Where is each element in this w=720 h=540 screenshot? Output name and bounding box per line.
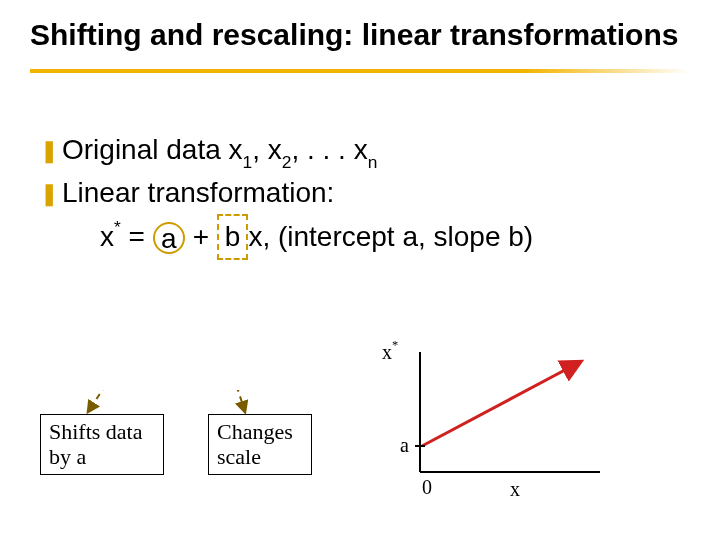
x-axis-label: x xyxy=(510,478,520,501)
svg-line-1 xyxy=(210,390,245,412)
bullet-original-data: ❚ Original data x1, x2, . . . xn xyxy=(40,129,680,173)
lower-region: Shifts data by a Changes scale x* a 0 x xyxy=(40,390,680,530)
svg-line-4 xyxy=(422,362,580,446)
formula-line: x* = a + bx, (intercept a, slope b) xyxy=(40,214,680,260)
slide-title: Shifting and rescaling: linear transform… xyxy=(0,0,720,61)
bullet-icon: ❚ xyxy=(40,177,58,210)
formula-tail: x, (intercept a, slope b) xyxy=(248,221,533,252)
content-area: ❚ Original data x1, x2, . . . xn ❚ Linea… xyxy=(0,73,720,261)
superscript-star: * xyxy=(392,338,398,352)
chart-svg xyxy=(380,342,620,512)
txt: , x xyxy=(252,134,282,165)
txt: x xyxy=(382,341,392,363)
bullet-linear-transformation: ❚ Linear transformation: xyxy=(40,172,680,214)
y-axis-label: x* xyxy=(382,340,398,364)
subscript: n xyxy=(368,152,378,172)
origin-label: 0 xyxy=(422,476,432,499)
var-x: x xyxy=(100,221,114,252)
equals: = xyxy=(121,221,153,252)
slope-b-boxed: b xyxy=(217,214,249,260)
txt: Original data x xyxy=(62,134,243,165)
svg-line-0 xyxy=(88,390,160,412)
plus: + xyxy=(185,221,217,252)
annotation-line: Changes xyxy=(217,419,303,444)
annotation-line: Shifts data xyxy=(49,419,155,444)
mini-chart: x* a 0 x xyxy=(380,342,620,512)
bullet-text: Linear transformation: xyxy=(62,172,334,214)
annotation-shifts: Shifts data by a xyxy=(40,414,164,475)
annotation-changes-scale: Changes scale xyxy=(208,414,312,475)
annotation-line: scale xyxy=(217,444,303,469)
bullet-icon: ❚ xyxy=(40,134,58,167)
intercept-label: a xyxy=(400,434,409,457)
superscript-star: * xyxy=(114,217,121,237)
subscript: 1 xyxy=(243,152,253,172)
subscript: 2 xyxy=(282,152,292,172)
txt: , . . . x xyxy=(291,134,367,165)
annotation-line: by a xyxy=(49,444,155,469)
bullet-text: Original data x1, x2, . . . xn xyxy=(62,129,377,173)
intercept-a-circled: a xyxy=(153,222,185,254)
